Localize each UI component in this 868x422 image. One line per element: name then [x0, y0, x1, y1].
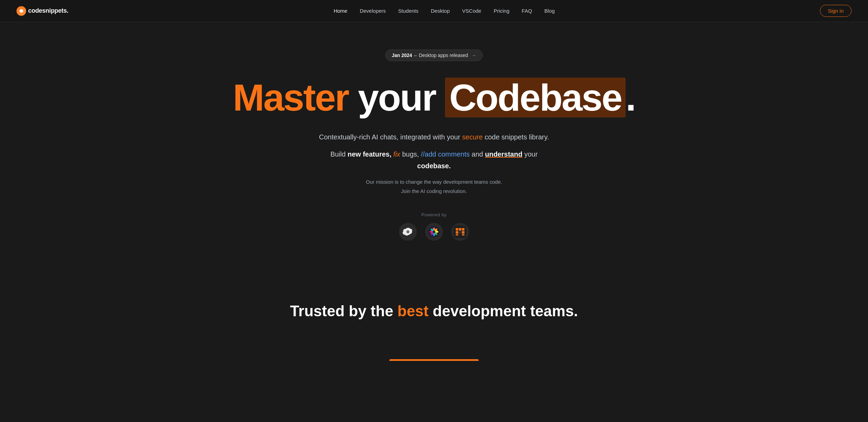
badge-text: Desktop apps released: [419, 53, 468, 58]
svg-rect-12: [456, 228, 458, 230]
svg-point-10: [433, 230, 435, 233]
subtitle-line1-post: code snippets library.: [484, 133, 549, 141]
orange-underline: [389, 359, 479, 361]
svg-rect-18: [462, 234, 464, 236]
subtitle-your: your: [524, 150, 538, 158]
subtitle-line1-pre: Contextually-rich AI chats, integrated w…: [319, 133, 460, 141]
perplexity-logo: [425, 223, 443, 241]
subtitle-new-features: new features,: [347, 150, 391, 158]
nav-home[interactable]: Home: [334, 8, 347, 14]
subtitle-and: and: [472, 150, 483, 158]
powered-by-label: Powered by: [421, 212, 447, 217]
announcement-badge[interactable]: Jan 2024 – Desktop apps released →: [385, 49, 483, 61]
nav-developers[interactable]: Developers: [360, 8, 386, 14]
nav-desktop[interactable]: Desktop: [431, 8, 450, 14]
hero-title: Master your Codebase .: [233, 78, 635, 117]
navbar: codesnippets. Home Developers Students D…: [0, 0, 868, 22]
hero-subtitle-line1: Contextually-rich AI chats, integrated w…: [319, 131, 549, 143]
openai-logo: [399, 223, 417, 241]
mission-line1: Our mission is to change the way develop…: [366, 179, 502, 185]
subtitle-codebase: codebase.: [417, 162, 451, 170]
svg-rect-19: [459, 231, 461, 233]
svg-rect-17: [456, 234, 458, 236]
subtitle-line1-highlight: secure: [462, 133, 483, 141]
brand-name: codesnippets.: [28, 7, 68, 14]
trusted-title: Trusted by the best development teams.: [16, 303, 852, 320]
trusted-pre: Trusted by the: [290, 303, 393, 319]
powered-by-logos: [399, 223, 469, 241]
mission-line2: Join the AI coding revolution.: [401, 188, 467, 194]
subtitle-bugs: bugs,: [402, 150, 419, 158]
powered-by-section: Powered by: [399, 212, 469, 241]
hero-section: Jan 2024 – Desktop apps released → Maste…: [0, 22, 868, 289]
nav-links: Home Developers Students Desktop VSCode …: [334, 8, 555, 14]
nav-students[interactable]: Students: [398, 8, 419, 14]
trusted-best: best: [398, 303, 429, 319]
title-codebase: Codebase: [449, 76, 621, 118]
subtitle-understand: understand: [485, 150, 522, 158]
title-codebase-bg: Codebase: [445, 78, 626, 117]
title-period: .: [626, 76, 635, 118]
svg-rect-13: [459, 228, 461, 230]
trusted-section: Trusted by the best development teams.: [0, 289, 868, 368]
nav-faq[interactable]: FAQ: [522, 8, 532, 14]
mistral-logo: [451, 223, 469, 241]
hero-subtitle-line2: Build new features, fix bugs, //add comm…: [314, 148, 554, 172]
svg-point-0: [407, 230, 410, 233]
subtitle-fix: fix: [393, 150, 400, 158]
brand-logo[interactable]: codesnippets.: [16, 6, 68, 16]
badge-arrow: →: [471, 53, 476, 58]
nav-vscode[interactable]: VSCode: [462, 8, 481, 14]
sign-in-button[interactable]: Sign in: [820, 5, 852, 17]
hero-mission: Our mission is to change the way develop…: [366, 177, 502, 196]
subtitle-build: Build: [330, 150, 345, 158]
logo-icon: [16, 6, 26, 16]
nav-blog[interactable]: Blog: [545, 8, 555, 14]
svg-rect-15: [456, 231, 458, 233]
badge-separator: –: [414, 53, 417, 58]
trusted-post-text: development teams.: [433, 303, 578, 319]
nav-pricing[interactable]: Pricing: [494, 8, 510, 14]
badge-date: Jan 2024: [392, 53, 412, 58]
title-your-word: your: [358, 76, 435, 118]
subtitle-comment: //add comments: [421, 150, 470, 158]
svg-rect-14: [462, 228, 464, 230]
title-master: Master: [233, 76, 349, 118]
svg-rect-16: [462, 231, 464, 233]
